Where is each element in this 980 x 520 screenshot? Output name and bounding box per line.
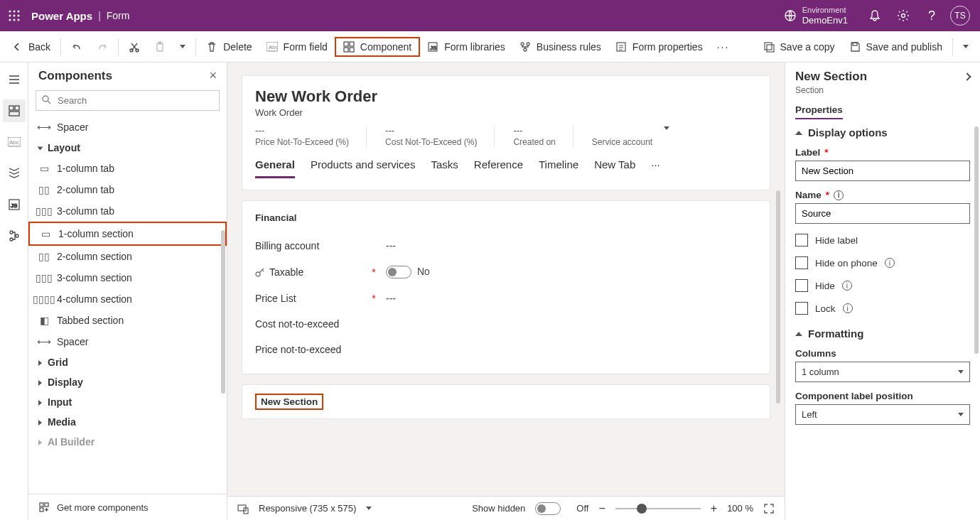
formatting-header[interactable]: Formatting bbox=[795, 327, 970, 340]
tab-newtab[interactable]: New Tab bbox=[594, 158, 635, 178]
save-publish-button[interactable]: Save and publish bbox=[842, 37, 949, 57]
tab-reference[interactable]: Reference bbox=[474, 158, 523, 178]
component-button[interactable]: Component bbox=[335, 37, 420, 57]
right-scrollbar[interactable] bbox=[974, 126, 979, 354]
rail-tree-icon[interactable] bbox=[3, 224, 26, 247]
delete-button[interactable]: Delete bbox=[199, 37, 259, 57]
new-section-label: New Section bbox=[255, 394, 323, 410]
rail-js-icon[interactable]: JS bbox=[3, 193, 26, 216]
page-title: Form bbox=[107, 10, 130, 21]
svg-point-0 bbox=[9, 11, 11, 13]
fit-icon[interactable] bbox=[763, 503, 775, 514]
show-hidden-toggle[interactable] bbox=[535, 502, 561, 515]
undo-button[interactable] bbox=[64, 37, 90, 57]
component-tabbed-section[interactable]: ◧Tabbed section bbox=[28, 310, 227, 331]
info-icon[interactable]: i bbox=[842, 281, 852, 291]
taxable-toggle[interactable] bbox=[386, 266, 411, 278]
label-input[interactable] bbox=[795, 161, 970, 181]
component-2-col-section[interactable]: ▯▯2-column section bbox=[28, 246, 227, 267]
chk-hide[interactable]: Hidei bbox=[795, 279, 970, 292]
zoom-slider[interactable] bbox=[615, 508, 701, 509]
media-group-header[interactable]: Media bbox=[28, 412, 227, 432]
rail-menu-icon[interactable] bbox=[3, 68, 26, 91]
form-header-card[interactable]: New Work Order Work Order ---Price Not-T… bbox=[242, 75, 770, 190]
field-billing-account[interactable]: Billing account --- bbox=[255, 233, 757, 259]
left-scrollbar[interactable] bbox=[221, 230, 225, 394]
clp-select[interactable]: Left bbox=[795, 404, 970, 425]
financial-section[interactable]: Financial Billing account --- Taxable * … bbox=[242, 200, 770, 374]
name-input[interactable] bbox=[795, 203, 970, 224]
tab-general[interactable]: General bbox=[255, 158, 295, 178]
panel-close-icon[interactable]: × bbox=[209, 68, 217, 83]
component-3-col-tab[interactable]: ▯▯▯3-column tab bbox=[28, 200, 227, 222]
input-group-header[interactable]: Input bbox=[28, 392, 227, 412]
rail-fields-icon[interactable]: Abc bbox=[3, 131, 26, 153]
tabs-overflow[interactable]: ··· bbox=[651, 158, 660, 178]
component-1-col-tab[interactable]: ▭1-column tab bbox=[28, 158, 227, 179]
form-properties-button[interactable]: Form properties bbox=[608, 37, 710, 57]
tab-tasks[interactable]: Tasks bbox=[431, 158, 458, 178]
app-title[interactable]: Power Apps bbox=[31, 10, 92, 22]
paste-split[interactable] bbox=[173, 40, 193, 53]
layout-group-header[interactable]: Layout bbox=[28, 138, 227, 158]
cut-button[interactable] bbox=[122, 37, 147, 57]
component-3-col-section[interactable]: ▯▯▯3-column section bbox=[28, 267, 227, 288]
chk-hide-phone[interactable]: Hide on phonei bbox=[795, 256, 970, 269]
responsive-chevron-icon[interactable] bbox=[366, 507, 372, 510]
rp-expand-icon[interactable] bbox=[963, 72, 971, 80]
field-taxable[interactable]: Taxable * No bbox=[255, 259, 757, 286]
display-group-header[interactable]: Display bbox=[28, 372, 227, 392]
header-chevron-icon[interactable] bbox=[664, 126, 669, 130]
svg-rect-19 bbox=[344, 48, 348, 52]
info-icon[interactable]: i bbox=[885, 258, 895, 268]
canvas-scrollbar[interactable] bbox=[776, 190, 780, 403]
grid-group-header[interactable]: Grid bbox=[28, 352, 227, 372]
columns-select[interactable]: 1 column bbox=[795, 362, 970, 382]
environment-picker[interactable]: Environment DemoEnv1 bbox=[784, 6, 848, 25]
notifications-button[interactable] bbox=[861, 0, 889, 31]
save-copy-button[interactable]: Save a copy bbox=[756, 37, 842, 57]
field-price-nte[interactable]: Price not-to-exceed bbox=[255, 337, 757, 362]
rail-components-icon[interactable] bbox=[3, 99, 26, 122]
zoom-in-button[interactable]: + bbox=[711, 502, 717, 515]
redo-button[interactable] bbox=[90, 37, 115, 57]
tab-timeline[interactable]: Timeline bbox=[539, 158, 578, 178]
business-rules-button[interactable]: Business rules bbox=[512, 37, 608, 57]
info-icon[interactable]: i bbox=[834, 190, 844, 200]
globe-icon bbox=[784, 9, 797, 22]
form-libraries-button[interactable]: JS Form libraries bbox=[420, 37, 512, 57]
component-spacer[interactable]: ⟷Spacer bbox=[28, 331, 227, 352]
new-section-card[interactable]: New Section bbox=[242, 384, 770, 419]
rp-tab-properties[interactable]: Properties bbox=[795, 104, 843, 119]
paste-button[interactable] bbox=[147, 37, 173, 57]
form-field-button[interactable]: Abc Form field bbox=[259, 37, 335, 57]
display-options-header[interactable]: Display options bbox=[795, 126, 970, 139]
help-button[interactable]: ? bbox=[917, 0, 946, 31]
search-icon bbox=[41, 94, 51, 107]
tab-products[interactable]: Products and services bbox=[311, 158, 416, 178]
chk-hide-label[interactable]: Hide label bbox=[795, 234, 970, 247]
component-2-col-tab[interactable]: ▯▯2-column tab bbox=[28, 179, 227, 200]
field-price-list[interactable]: Price List * --- bbox=[255, 286, 757, 311]
get-more-components[interactable]: Get more components bbox=[28, 494, 227, 520]
svg-rect-42 bbox=[45, 503, 48, 507]
responsive-size[interactable]: Responsive (735 x 575) bbox=[259, 503, 356, 514]
svg-point-1 bbox=[14, 11, 16, 13]
aibuilder-group-header[interactable]: AI Builder bbox=[28, 432, 227, 452]
rail-data-icon[interactable] bbox=[3, 162, 26, 185]
zoom-out-button[interactable]: − bbox=[598, 502, 605, 515]
search-input[interactable] bbox=[36, 90, 220, 111]
settings-button[interactable] bbox=[889, 0, 917, 31]
info-icon[interactable]: i bbox=[843, 303, 853, 313]
waffle-icon[interactable] bbox=[6, 7, 23, 24]
component-4-col-section[interactable]: ▯▯▯▯4-column section bbox=[28, 288, 227, 310]
component-spacer-top[interactable]: ⟷ Spacer bbox=[28, 117, 227, 138]
save-publish-split[interactable] bbox=[956, 40, 976, 53]
component-1-col-section[interactable]: ▭1-column section bbox=[28, 222, 227, 246]
toolbar-overflow[interactable]: ··· bbox=[710, 37, 737, 57]
chk-lock[interactable]: Locki bbox=[795, 302, 970, 315]
field-cost-nte[interactable]: Cost not-to-exceed bbox=[255, 311, 757, 337]
components-panel: Components × ⟷ Spacer Layout ▭1-column t… bbox=[28, 63, 227, 520]
user-avatar[interactable]: TS bbox=[946, 0, 974, 31]
back-button[interactable]: Back bbox=[4, 37, 58, 57]
